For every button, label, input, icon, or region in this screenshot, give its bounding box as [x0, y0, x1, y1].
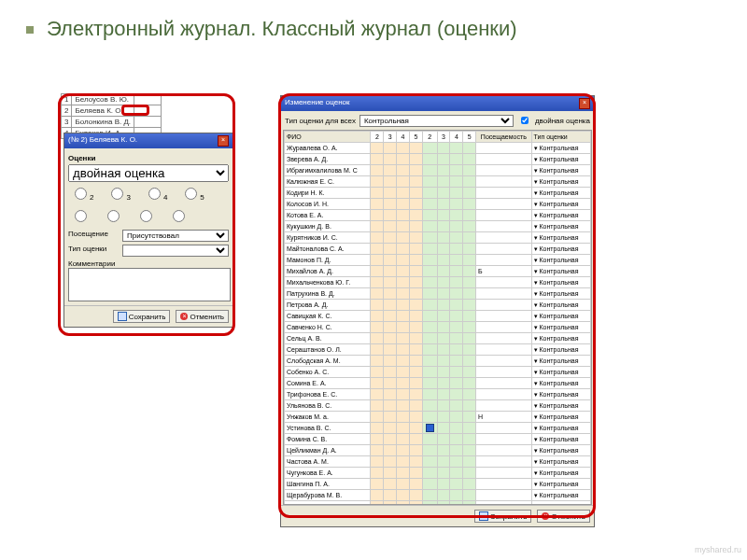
- attendance-select[interactable]: Присутствовал: [122, 230, 229, 242]
- table-row[interactable]: Унжаков М. а.Н▾ Контрольная: [285, 412, 591, 423]
- cancel-icon: ×: [542, 512, 549, 520]
- type-select[interactable]: [122, 245, 229, 257]
- save-icon: [479, 511, 488, 521]
- table-row[interactable]: Мамонов П. Д.▾ Контрольная: [285, 255, 591, 266]
- table-row[interactable]: Курятников И. С.▾ Контрольная: [285, 232, 591, 244]
- grade-dialog: (№ 2) Беляева К. О. × Оценки двойная оце…: [63, 133, 233, 328]
- bulk-save-button[interactable]: Сохранить: [474, 510, 532, 523]
- table-row[interactable]: Сельц А. В.▾ Контрольная: [285, 333, 591, 344]
- table-row[interactable]: Частова А. М.▾ Контрольная: [285, 456, 591, 468]
- table-row[interactable]: Фомина С. В.▾ Контрольная: [285, 434, 591, 445]
- table-row[interactable]: Калюжная Е. С.▾ Контрольная: [285, 176, 591, 188]
- double-grade-select[interactable]: двойная оценка: [68, 164, 229, 182]
- attendance-label: Посещение: [68, 230, 122, 242]
- cancel-icon: ×: [180, 313, 188, 320]
- cancel-button[interactable]: ×Отменить: [176, 310, 229, 323]
- table-row[interactable]: Ульянова В. С.▾ Контрольная: [285, 400, 591, 412]
- table-row[interactable]: Зверева А. Д.▾ Контрольная: [285, 154, 591, 165]
- table-row[interactable]: Сераштанов О. Л.▾ Контрольная: [285, 344, 591, 356]
- close-icon[interactable]: ×: [579, 98, 590, 109]
- slide-title: Электронный журнал. Классный журнал (оце…: [47, 17, 517, 41]
- bulk-dialog-titlebar[interactable]: Изменение оценок ×: [281, 96, 594, 111]
- grade-5b[interactable]: [173, 210, 185, 222]
- grade-4a[interactable]: [148, 188, 161, 200]
- type-all-label: Тип оценки для всех: [285, 117, 356, 125]
- table-row[interactable]: Сомина Е. А.▾ Контрольная: [285, 378, 591, 389]
- table-row[interactable]: Ибрагимхалилова М. С▾ Контрольная: [285, 165, 591, 176]
- table-row[interactable]: Цейликман Д. А.▾ Контрольная: [285, 445, 591, 456]
- dialog-title: (№ 2) Беляева К. О.: [68, 135, 137, 147]
- table-row[interactable]: Трифонова Е. С.▾ Контрольная: [285, 389, 591, 400]
- grades-label: Оценки: [68, 154, 229, 162]
- bulk-dialog-title: Изменение оценок: [285, 98, 350, 109]
- save-icon: [118, 312, 127, 321]
- table-row[interactable]: Патрухина В. Д.▾ Контрольная: [285, 288, 591, 300]
- save-button[interactable]: Сохранить: [113, 310, 171, 323]
- table-row[interactable]: Чугункова Е. А.▾ Контрольная: [285, 468, 591, 479]
- bulk-grade-dialog: Изменение оценок × Тип оценки для всех К…: [280, 95, 595, 527]
- type-all-select[interactable]: Контрольная: [359, 115, 514, 127]
- table-row[interactable]: Котова Е. А.▾ Контрольная: [285, 210, 591, 221]
- table-row[interactable]: Савченко Н. С.▾ Контрольная: [285, 322, 591, 333]
- grade-row-1: 2 3 4 5: [68, 182, 229, 204]
- dialog-titlebar[interactable]: (№ 2) Беляева К. О. ×: [64, 133, 233, 148]
- table-row[interactable]: Щерабурова М. В.▾ Контрольная: [285, 490, 591, 501]
- grade-2a[interactable]: [75, 188, 87, 200]
- grade-5a[interactable]: [185, 188, 197, 200]
- type-label: Тип оценки: [68, 245, 122, 257]
- bulk-cancel-button[interactable]: ×Отменить: [537, 510, 590, 523]
- grade-grid: ФИО23452345ПосещаемостьТип оценкиЖуравле…: [284, 131, 591, 505]
- table-row[interactable]: Журавлева О. А.▾ Контрольная: [285, 143, 591, 154]
- grade-row-2: [68, 204, 229, 227]
- bullet-icon: [26, 26, 34, 34]
- table-row[interactable]: Собенко А. С.▾ Контрольная: [285, 367, 591, 378]
- double-grade-check[interactable]: [521, 117, 529, 124]
- comment-textarea[interactable]: [68, 268, 231, 301]
- table-row[interactable]: Петрова А. Д.▾ Контрольная: [285, 300, 591, 311]
- grade-3a[interactable]: [111, 188, 123, 200]
- grade-grid-wrap[interactable]: ФИО23452345ПосещаемостьТип оценкиЖуравле…: [283, 130, 592, 505]
- table-row[interactable]: Шангина П. А.▾ Контрольная: [285, 479, 591, 490]
- table-row[interactable]: Савицкая К. С.▾ Контрольная: [285, 311, 591, 322]
- table-row[interactable]: Майтоналова С. А.▾ Контрольная: [285, 244, 591, 255]
- table-row[interactable]: Слободская А. М.▾ Контрольная: [285, 356, 591, 367]
- table-row[interactable]: Колосов И. Н.▾ Контрольная: [285, 199, 591, 210]
- table-row[interactable]: Устинова В. С.▾ Контрольная: [285, 423, 591, 434]
- comment-label: Комментарии: [68, 259, 229, 268]
- grade-3b[interactable]: [107, 210, 120, 222]
- watermark: myshared.ru: [695, 545, 741, 554]
- table-row[interactable]: Михайлов А. Д.Б▾ Контрольная: [285, 266, 591, 277]
- double-grade-label: двойная оценка: [535, 117, 590, 125]
- grade-2b[interactable]: [75, 210, 87, 222]
- table-row[interactable]: Михальченкова Ю. Г.▾ Контрольная: [285, 277, 591, 288]
- table-row[interactable]: Кукушкин Д. В.▾ Контрольная: [285, 221, 591, 232]
- close-icon[interactable]: ×: [218, 135, 229, 147]
- grade-4b[interactable]: [140, 210, 152, 222]
- table-row[interactable]: Кодири Н. К.▾ Контрольная: [285, 188, 591, 199]
